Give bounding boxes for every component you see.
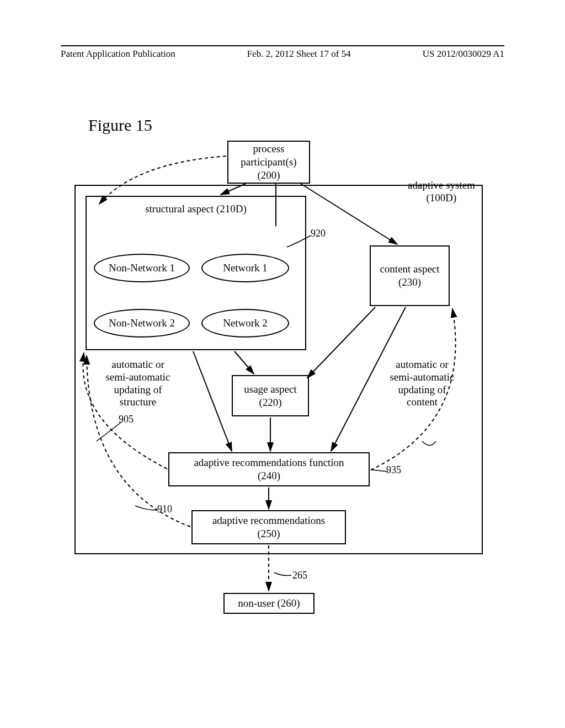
label-905: 905 <box>119 414 134 425</box>
header-left: Patent Application Publication <box>61 49 175 60</box>
figure-title: Figure 15 <box>88 116 152 135</box>
adaptive-system-label: adaptive system (100D) <box>397 179 486 205</box>
usage-aspect-box: usage aspect (220) <box>232 375 309 416</box>
process-participants-box: process participant(s) (200) <box>227 141 310 184</box>
content-aspect-box: content aspect (230) <box>370 245 450 306</box>
label-910: 910 <box>157 504 172 515</box>
page-header: Patent Application Publication Feb. 2, 2… <box>61 45 504 60</box>
update-content-label: automatic or semi-automatic updating of … <box>383 358 461 409</box>
non-network-2-ellipse: Non-Network 2 <box>94 309 190 338</box>
label-935: 935 <box>386 464 401 476</box>
update-structure-label: automatic or semi-automatic updating of … <box>99 358 177 409</box>
network-1-ellipse: Network 1 <box>201 254 289 282</box>
label-920: 920 <box>311 228 326 239</box>
diagram: adaptive system (100D) process participa… <box>69 135 488 631</box>
non-user-box: non-user (260) <box>223 593 315 614</box>
label-265: 265 <box>292 570 307 581</box>
network-2-ellipse: Network 2 <box>201 309 289 338</box>
header-center: Feb. 2, 2012 Sheet 17 of 54 <box>247 49 351 60</box>
adaptive-recommendations-box: adaptive recommendations (250) <box>191 510 346 544</box>
header-right: US 2012/0030029 A1 <box>423 49 504 60</box>
non-network-1-ellipse: Non-Network 1 <box>94 254 190 282</box>
adaptive-rec-function-box: adaptive recommendations function (240) <box>168 452 370 486</box>
